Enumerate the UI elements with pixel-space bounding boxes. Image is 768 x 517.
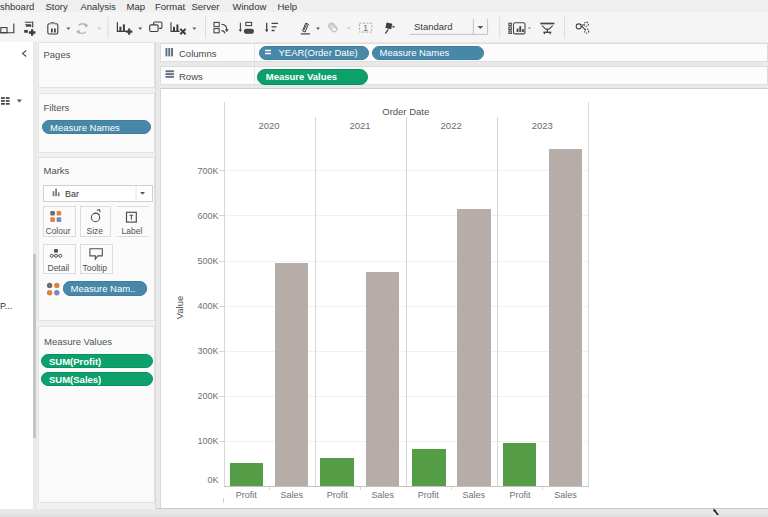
svg-text:1: 1 [363, 23, 368, 33]
svg-text:P...: P... [0, 301, 12, 311]
svg-text:Standard: Standard [414, 21, 453, 32]
